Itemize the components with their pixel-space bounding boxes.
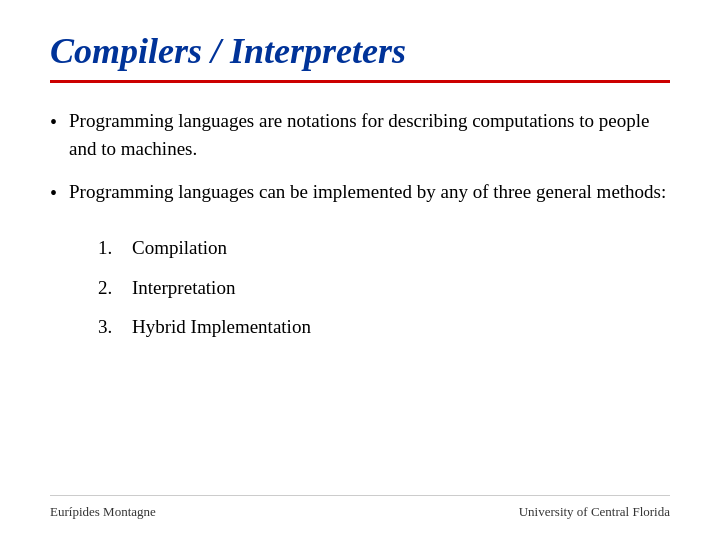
numbered-item-text-2: Interpretation <box>132 274 235 302</box>
numbered-item-1: 1. Compilation <box>98 234 670 262</box>
bullet-dot-1: • <box>50 108 57 137</box>
number-label-1: 1. <box>98 234 122 262</box>
title-section: Compilers / Interpreters <box>50 30 670 83</box>
bullet-text-2: Programming languages can be implemented… <box>69 178 670 206</box>
bullet-item-2: • Programming languages can be implement… <box>50 178 670 208</box>
bullet-dot-2: • <box>50 179 57 208</box>
bullet-item-1: • Programming languages are notations fo… <box>50 107 670 162</box>
numbered-item-2: 2. Interpretation <box>98 274 670 302</box>
numbered-item-text-3: Hybrid Implementation <box>132 313 311 341</box>
number-label-2: 2. <box>98 274 122 302</box>
footer-right: University of Central Florida <box>519 504 670 520</box>
slide-title: Compilers / Interpreters <box>50 30 670 72</box>
content-area: • Programming languages are notations fo… <box>50 107 670 495</box>
footer: Eurípides Montagne University of Central… <box>50 495 670 520</box>
numbered-item-3: 3. Hybrid Implementation <box>98 313 670 341</box>
number-label-3: 3. <box>98 313 122 341</box>
numbered-item-text-1: Compilation <box>132 234 227 262</box>
bullet-text-1: Programming languages are notations for … <box>69 107 670 162</box>
footer-left: Eurípides Montagne <box>50 504 156 520</box>
slide: Compilers / Interpreters • Programming l… <box>0 0 720 540</box>
numbered-list: 1. Compilation 2. Interpretation 3. Hybr… <box>98 234 670 341</box>
